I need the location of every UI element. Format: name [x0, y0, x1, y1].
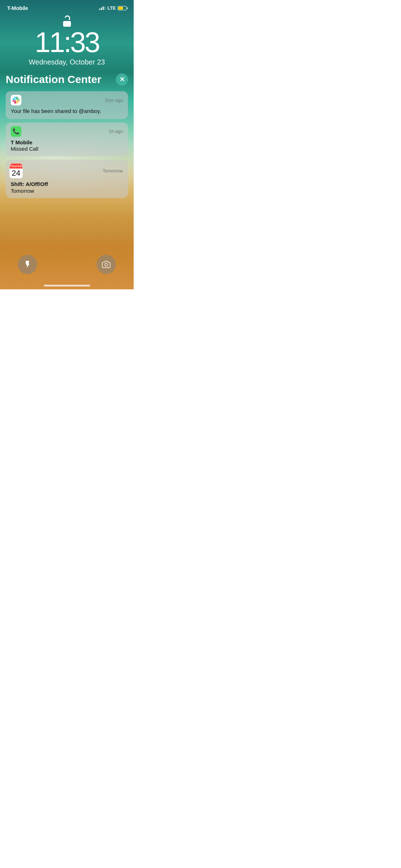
phone-app-info: 📞: [11, 126, 21, 137]
svg-point-0: [105, 263, 108, 266]
slack-app-icon: [11, 95, 21, 105]
bottom-controls: [0, 248, 134, 285]
phone-symbol: 📞: [12, 128, 20, 135]
slack-app-info: [11, 95, 21, 105]
time-display: 11:33 Wednesday, October 23: [0, 27, 134, 66]
slack-timestamp: 31m ago: [105, 98, 123, 103]
signal-bar-1: [99, 9, 100, 10]
slack-notif-header: 31m ago: [6, 91, 128, 107]
phone-notification[interactable]: 📞 1h ago T Mobile Missed Call: [6, 123, 128, 156]
slack-notif-body: Your file has been shared to @amboy.: [6, 107, 128, 119]
battery-bolt: ⚡: [119, 7, 122, 9]
status-right-icons: LTE ⚡: [99, 5, 127, 11]
flashlight-icon: [23, 260, 32, 269]
signal-bar-2: [101, 7, 102, 10]
flashlight-button[interactable]: [18, 255, 37, 274]
calendar-notif-header: Thursday 24 Tomorrow: [6, 160, 128, 180]
cal-day-label: Thursday: [10, 164, 22, 169]
signal-bar-3: [103, 6, 104, 10]
status-bar: T-Mobile LTE ⚡: [0, 0, 134, 12]
calendar-notif-body: Shift: A/Off/Off Tomorrow: [6, 180, 128, 198]
camera-button[interactable]: [97, 255, 116, 274]
calendar-timestamp: Tomorrow: [103, 168, 123, 174]
phone-notif-title: T Mobile: [11, 139, 123, 146]
phone-timestamp: 1h ago: [109, 129, 123, 134]
home-indicator: [0, 285, 134, 289]
signal-bar-4: [104, 6, 106, 10]
lock-icon: [62, 15, 72, 27]
carrier-label: T-Mobile: [7, 5, 28, 11]
lock-area: [0, 12, 134, 27]
slack-message: Your file has been shared to @amboy.: [11, 108, 101, 114]
battery-icon: ⚡: [118, 6, 127, 10]
phone-app-icon: 📞: [11, 126, 21, 137]
calendar-icon: Thursday 24: [9, 163, 23, 179]
signal-bars: [99, 6, 106, 10]
lte-label: LTE: [107, 5, 116, 11]
notification-center: Notification Center ✕: [0, 66, 134, 202]
calendar-event-title: Shift: A/Off/Off: [11, 181, 123, 188]
cal-day-number: 24: [10, 169, 22, 178]
slack-notification[interactable]: 31m ago Your file has been shared to @am…: [6, 91, 128, 119]
phone-notif-header: 📞 1h ago: [6, 123, 128, 138]
lock-date: Wednesday, October 23: [0, 58, 134, 66]
nc-close-button[interactable]: ✕: [116, 73, 128, 86]
phone-notif-subtitle: Missed Call: [11, 146, 123, 152]
close-icon: ✕: [119, 76, 125, 83]
clock-time: 11:33: [0, 28, 134, 57]
nc-header: Notification Center ✕: [6, 73, 128, 86]
nc-title: Notification Center: [6, 73, 101, 86]
home-bar: [44, 285, 90, 286]
calendar-event-subtitle: Tomorrow: [11, 188, 123, 194]
calendar-notification[interactable]: Thursday 24 Tomorrow Shift: A/Off/Off To…: [6, 160, 128, 198]
phone-notif-body: T Mobile Missed Call: [6, 138, 128, 156]
camera-icon: [102, 260, 110, 269]
